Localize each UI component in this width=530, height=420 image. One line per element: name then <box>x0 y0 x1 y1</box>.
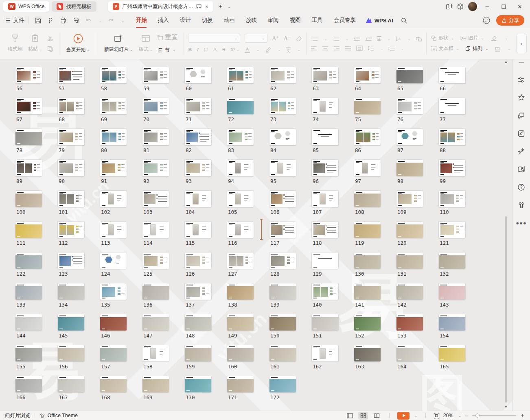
slide-thumbnail-82[interactable] <box>185 129 211 145</box>
align-right-icon[interactable] <box>333 46 340 51</box>
slide-thumbnail-96[interactable] <box>312 160 338 176</box>
character-border-button[interactable]: A <box>213 46 217 53</box>
slide-thumbnail-118[interactable] <box>312 222 338 238</box>
slide-thumbnail-128[interactable] <box>269 252 296 269</box>
comment-bubble-icon[interactable] <box>196 4 201 9</box>
slide-thumbnail-161[interactable] <box>269 345 296 361</box>
menu-tab-审阅[interactable]: 审阅 <box>268 17 279 24</box>
tab-wps-home[interactable]: W WPS Office <box>3 1 49 12</box>
slide-thumbnail-64[interactable] <box>354 67 381 83</box>
tab-docer-templates[interactable]: 找稻壳模板 <box>52 1 96 12</box>
outline-style-icon[interactable] <box>494 46 501 52</box>
slide-thumbnail-120[interactable] <box>396 222 423 238</box>
smart-beautify-icon[interactable] <box>517 147 526 156</box>
text-direction-button[interactable]: ab <box>377 37 381 41</box>
slide-thumbnail-62[interactable] <box>269 67 296 83</box>
play-from-current-button[interactable]: 当页开始⌄ <box>64 33 93 53</box>
slide-thumbnail-152[interactable] <box>354 314 381 331</box>
menu-tab-动画[interactable]: 动画 <box>224 17 235 24</box>
slide-thumbnail-115[interactable] <box>185 222 211 238</box>
slide-thumbnail-111[interactable] <box>15 222 42 238</box>
slide-thumbnail-119[interactable] <box>354 222 381 238</box>
print-preview-icon[interactable] <box>72 17 79 24</box>
vertical-text-button[interactable]: A <box>395 36 401 42</box>
effects-star-icon[interactable] <box>517 93 526 102</box>
hamburger-icon[interactable]: ☰ <box>6 17 11 24</box>
slide-thumbnail-121[interactable] <box>439 222 465 238</box>
slide-thumbnail-134[interactable] <box>58 283 84 300</box>
play-options-chevron[interactable]: ⌄ <box>414 413 418 418</box>
slide-thumbnail-168[interactable] <box>100 376 127 392</box>
slide-thumbnail-139[interactable] <box>269 283 296 300</box>
slide-transition-icon[interactable] <box>517 111 526 120</box>
font-name-select[interactable]: ⌄ <box>188 34 240 43</box>
slide-thumbnail-67[interactable] <box>15 98 42 114</box>
line-spacing-icon[interactable] <box>368 46 374 51</box>
app-center-icon[interactable] <box>457 3 464 10</box>
distribute-icon[interactable] <box>356 46 363 51</box>
slide-thumbnail-85[interactable] <box>312 129 338 145</box>
decrease-indent-icon[interactable] <box>353 36 360 41</box>
slide-thumbnail-158[interactable] <box>142 345 169 361</box>
navigation-pane-icon[interactable] <box>517 165 526 174</box>
superscript-button[interactable]: X²⌄ <box>230 47 239 52</box>
slide-thumbnail-95[interactable] <box>269 160 296 176</box>
slide-thumbnail-170[interactable] <box>185 376 211 392</box>
numbered-list-icon[interactable] <box>332 36 339 41</box>
scrollbar-down-arrow[interactable]: ▼ <box>504 405 508 409</box>
slide-thumbnail-70[interactable] <box>142 98 169 114</box>
slide-thumbnail-109[interactable] <box>396 191 423 207</box>
slide-thumbnail-112[interactable] <box>58 222 84 238</box>
slide-thumbnail-79[interactable] <box>58 129 84 145</box>
slide-thumbnail-132[interactable] <box>439 252 465 269</box>
layout-button[interactable]: 版式⌄ <box>136 34 156 53</box>
file-menu[interactable]: 文件 <box>13 17 24 24</box>
slide-thumbnail-149[interactable] <box>227 314 254 331</box>
save-icon[interactable] <box>35 17 42 24</box>
slide-thumbnail-169[interactable] <box>142 376 169 392</box>
slide-thumbnail-165[interactable] <box>439 345 465 361</box>
zoom-level-label[interactable]: 20% <box>443 413 453 418</box>
italic-button[interactable]: I <box>197 46 199 53</box>
slide-sorter-canvas[interactable]: 易易易图网yitu.cnyitu.cn 56575859606162636465… <box>0 59 512 411</box>
arrange-button[interactable]: 排列⌄ <box>465 45 488 52</box>
panel-collapse-handle[interactable] <box>519 62 524 63</box>
view-mode-label[interactable]: 幻灯片浏览 <box>5 412 31 419</box>
slide-thumbnail-71[interactable] <box>185 98 211 114</box>
sticker-feedback-icon[interactable] <box>482 16 491 24</box>
close-window-button[interactable]: ✕ <box>514 1 526 12</box>
multi-device-icon[interactable] <box>445 3 453 10</box>
slide-thumbnail-154[interactable] <box>439 314 465 331</box>
slide-thumbnail-84[interactable] <box>269 129 296 145</box>
slide-thumbnail-113[interactable] <box>100 222 127 238</box>
slide-thumbnail-105[interactable] <box>227 191 254 207</box>
slide-thumbnail-157[interactable] <box>100 345 127 361</box>
slide-thumbnail-144[interactable] <box>15 314 42 331</box>
slide-thumbnail-106[interactable] <box>269 191 296 207</box>
slide-thumbnail-166[interactable] <box>15 376 42 392</box>
bold-button[interactable]: B <box>188 46 192 53</box>
slide-thumbnail-104[interactable] <box>185 191 211 207</box>
strikethrough-button[interactable]: S <box>222 46 225 53</box>
slide-thumbnail-56[interactable] <box>15 67 42 83</box>
slide-thumbnail-78[interactable] <box>15 129 42 145</box>
slide-thumbnail-98[interactable] <box>396 160 423 176</box>
slide-thumbnail-59[interactable] <box>142 67 169 83</box>
slide-thumbnail-138[interactable] <box>227 283 254 300</box>
redo-icon[interactable] <box>107 17 114 24</box>
slide-thumbnail-135[interactable] <box>100 283 127 300</box>
font-size-select[interactable]: ⌄ <box>245 34 267 43</box>
slide-thumbnail-74[interactable] <box>312 98 338 114</box>
slide-thumbnail-77[interactable] <box>439 98 465 114</box>
slide-thumbnail-73[interactable] <box>269 98 296 114</box>
slide-thumbnail-94[interactable] <box>227 160 254 176</box>
justify-icon[interactable] <box>345 46 351 51</box>
slide-thumbnail-114[interactable] <box>142 222 169 238</box>
fill-color-icon[interactable] <box>491 35 497 41</box>
slide-thumbnail-91[interactable] <box>100 160 127 176</box>
undo-icon[interactable] <box>85 17 92 24</box>
zoom-in-button[interactable]: ＋ <box>520 412 525 419</box>
user-avatar[interactable] <box>468 2 477 11</box>
slide-thumbnail-151[interactable] <box>312 314 338 331</box>
reset-button[interactable]: 重置 <box>157 33 178 42</box>
